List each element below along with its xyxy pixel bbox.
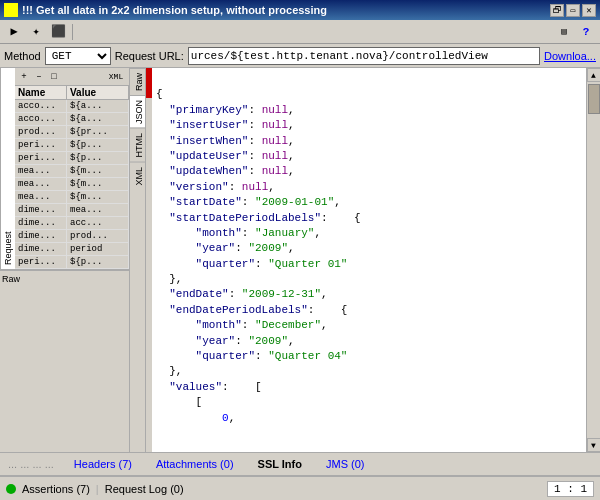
param-name: acco...	[15, 100, 67, 112]
param-name: dime...	[15, 217, 67, 229]
table-row[interactable]: dime...acc...	[15, 217, 129, 230]
left-content: + – □ XML Name Value acco...${a...acco..…	[15, 68, 129, 269]
table-row[interactable]: mea...${m...	[15, 165, 129, 178]
main-toolbar: ▶ ✦ ⬛ ▤ ?	[0, 20, 600, 44]
scroll-down-button[interactable]: ▼	[587, 438, 601, 452]
json-tab[interactable]: JSON	[130, 95, 145, 128]
export-button[interactable]: ▤	[554, 22, 574, 42]
json-content[interactable]: { "primaryKey": null, "insertUser": null…	[152, 68, 586, 452]
title-bar: !!! !!! Get all data in 2x2 dimension se…	[0, 0, 600, 20]
param-name: mea...	[15, 191, 67, 203]
ssl-info-tab[interactable]: SSL Info	[254, 456, 306, 472]
table-row[interactable]: peri...${p...	[15, 139, 129, 152]
params-rows: acco...${a...acco...${a...prod...${pr...…	[15, 100, 129, 269]
raw-tab-bottom[interactable]: Raw	[2, 274, 20, 284]
param-value: ${m...	[67, 178, 129, 190]
param-name: dime...	[15, 243, 67, 255]
download-button[interactable]: Downloa...	[544, 50, 596, 62]
param-name: acco...	[15, 113, 67, 125]
method-bar: Method GET POST PUT DELETE Request URL: …	[0, 44, 600, 68]
table-row[interactable]: prod...${pr...	[15, 126, 129, 139]
status-bar: Assertions (7) | Request Log (0) 1 : 1	[0, 476, 600, 500]
method-select[interactable]: GET POST PUT DELETE	[45, 47, 111, 65]
table-row[interactable]: acco...${a...	[15, 113, 129, 126]
param-name: peri...	[15, 139, 67, 151]
error-marker	[146, 68, 152, 98]
window-title: !!! Get all data in 2x2 dimension setup,…	[22, 4, 550, 16]
left-panel: Request + – □ XML Name Value acco...${a.…	[0, 68, 130, 452]
status-indicator	[6, 484, 16, 494]
bottom-tabs: ... ... ... ... Headers (7) Attachments …	[0, 452, 600, 476]
html-tab[interactable]: HTML	[130, 128, 145, 162]
params-table: Name Value acco...${a...acco...${a...pro…	[15, 86, 129, 269]
param-value: prod...	[67, 230, 129, 242]
restore-btn[interactable]: 🗗	[550, 4, 564, 17]
maximize-btn[interactable]: ▭	[566, 4, 580, 17]
param-value: ${p...	[67, 139, 129, 151]
dots-label: ... ... ... ...	[8, 458, 54, 470]
xml-button[interactable]: XML	[105, 70, 127, 84]
param-name: dime...	[15, 230, 67, 242]
table-row[interactable]: dime...mea...	[15, 204, 129, 217]
url-label: Request URL:	[115, 50, 184, 62]
param-value: acc...	[67, 217, 129, 229]
param-value: ${m...	[67, 191, 129, 203]
value-column-header: Value	[67, 86, 129, 99]
toolbar-separator	[72, 24, 73, 40]
right-panel: Raw JSON HTML XML { "primaryKey": null, …	[130, 68, 600, 452]
params-toolbar: + – □ XML	[15, 68, 129, 86]
headers-tab[interactable]: Headers (7)	[70, 456, 136, 472]
param-value: ${a...	[67, 100, 129, 112]
table-row[interactable]: dime...prod...	[15, 230, 129, 243]
stop-button[interactable]: ⬛	[48, 22, 68, 42]
add-param-button[interactable]: +	[17, 70, 31, 84]
position-indicator: 1 : 1	[547, 481, 594, 497]
table-row[interactable]: acco...${a...	[15, 100, 129, 113]
url-input[interactable]	[188, 47, 540, 65]
param-value: ${m...	[67, 165, 129, 177]
play-button[interactable]: ▶	[4, 22, 24, 42]
table-row[interactable]: mea...${m...	[15, 191, 129, 204]
params-header: Name Value	[15, 86, 129, 100]
param-value: period	[67, 243, 129, 255]
scroll-up-button[interactable]: ▲	[587, 68, 601, 82]
main-area: Request + – □ XML Name Value acco...${a.…	[0, 68, 600, 452]
param-value: ${pr...	[67, 126, 129, 138]
request-tab[interactable]: Request	[0, 68, 15, 269]
xml-tab[interactable]: XML	[130, 162, 145, 190]
attachments-tab[interactable]: Attachments (0)	[152, 456, 238, 472]
param-value: ${p...	[67, 256, 129, 268]
method-label: Method	[4, 50, 41, 62]
vertical-scrollbar[interactable]: ▲ ▼	[586, 68, 600, 452]
window-controls: 🗗 ▭ ✕	[550, 4, 596, 17]
param-name: mea...	[15, 178, 67, 190]
request-log-label[interactable]: Request Log (0)	[105, 483, 184, 495]
param-value: ${a...	[67, 113, 129, 125]
name-column-header: Name	[15, 86, 67, 99]
param-name: mea...	[15, 165, 67, 177]
table-row[interactable]: mea...${m...	[15, 178, 129, 191]
close-btn[interactable]: ✕	[582, 4, 596, 17]
assertions-label[interactable]: Assertions (7)	[22, 483, 90, 495]
remove-param-button[interactable]: –	[32, 70, 46, 84]
param-name: prod...	[15, 126, 67, 138]
copy-param-button[interactable]: □	[47, 70, 61, 84]
table-row[interactable]: peri...${p...	[15, 152, 129, 165]
raw-tab[interactable]: Raw	[130, 68, 145, 95]
table-row[interactable]: dime...period	[15, 243, 129, 256]
param-value: mea...	[67, 204, 129, 216]
param-name: peri...	[15, 256, 67, 268]
table-row[interactable]: peri...${p...	[15, 256, 129, 269]
param-name: peri...	[15, 152, 67, 164]
jms-tab[interactable]: JMS (0)	[322, 456, 369, 472]
scroll-thumb[interactable]	[588, 84, 600, 114]
app-icon: !!!	[4, 3, 18, 17]
right-vertical-tabs: Raw JSON HTML XML	[130, 68, 146, 452]
param-name: dime...	[15, 204, 67, 216]
add-button[interactable]: ✦	[26, 22, 46, 42]
help-button[interactable]: ?	[576, 22, 596, 42]
param-value: ${p...	[67, 152, 129, 164]
